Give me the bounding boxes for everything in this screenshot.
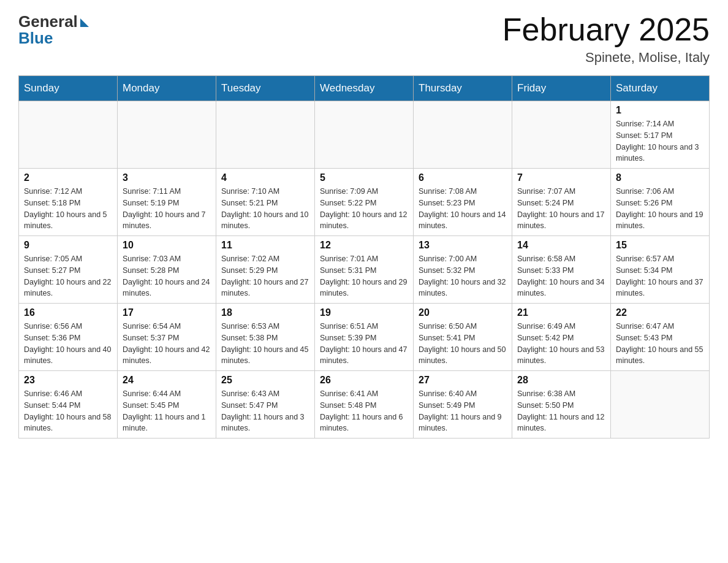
calendar-cell: 26Sunrise: 6:41 AMSunset: 5:48 PMDayligh… — [315, 371, 414, 439]
day-of-week-header: Tuesday — [216, 76, 315, 101]
day-info: Sunrise: 7:12 AMSunset: 5:18 PMDaylight:… — [24, 186, 112, 232]
day-number: 4 — [221, 172, 309, 183]
calendar-cell: 20Sunrise: 6:50 AMSunset: 5:41 PMDayligh… — [414, 304, 512, 371]
calendar-cell: 24Sunrise: 6:44 AMSunset: 5:45 PMDayligh… — [118, 371, 216, 439]
day-number: 6 — [419, 172, 507, 183]
day-info: Sunrise: 7:05 AMSunset: 5:27 PMDaylight:… — [24, 253, 112, 299]
day-number: 13 — [419, 240, 507, 251]
week-row: 1Sunrise: 7:14 AMSunset: 5:17 PMDaylight… — [19, 101, 710, 169]
calendar-cell: 22Sunrise: 6:47 AMSunset: 5:43 PMDayligh… — [611, 304, 710, 371]
calendar-cell: 6Sunrise: 7:08 AMSunset: 5:23 PMDaylight… — [414, 169, 512, 236]
calendar-cell — [414, 101, 512, 169]
day-number: 17 — [123, 307, 211, 318]
day-number: 3 — [123, 172, 211, 183]
day-of-week-header: Wednesday — [315, 76, 414, 101]
day-info: Sunrise: 6:51 AMSunset: 5:39 PMDaylight:… — [320, 321, 408, 367]
calendar-cell — [315, 101, 414, 169]
day-info: Sunrise: 6:47 AMSunset: 5:43 PMDaylight:… — [616, 321, 704, 367]
calendar-cell: 17Sunrise: 6:54 AMSunset: 5:37 PMDayligh… — [118, 304, 216, 371]
calendar-table: SundayMondayTuesdayWednesdayThursdayFrid… — [18, 75, 710, 439]
day-info: Sunrise: 7:08 AMSunset: 5:23 PMDaylight:… — [419, 186, 507, 232]
day-number: 23 — [24, 375, 112, 386]
calendar-cell: 4Sunrise: 7:10 AMSunset: 5:21 PMDaylight… — [216, 169, 315, 236]
day-number: 15 — [616, 240, 704, 251]
calendar-cell: 11Sunrise: 7:02 AMSunset: 5:29 PMDayligh… — [216, 236, 315, 304]
month-title: February 2025 — [502, 12, 710, 47]
calendar-cell: 3Sunrise: 7:11 AMSunset: 5:19 PMDaylight… — [118, 169, 216, 236]
day-of-week-header: Friday — [512, 76, 611, 101]
day-number: 27 — [419, 375, 507, 386]
day-info: Sunrise: 7:01 AMSunset: 5:31 PMDaylight:… — [320, 253, 408, 299]
day-info: Sunrise: 7:02 AMSunset: 5:29 PMDaylight:… — [221, 253, 309, 299]
day-info: Sunrise: 6:58 AMSunset: 5:33 PMDaylight:… — [517, 253, 605, 299]
calendar-cell: 15Sunrise: 6:57 AMSunset: 5:34 PMDayligh… — [611, 236, 710, 304]
day-number: 11 — [221, 240, 309, 251]
day-number: 9 — [24, 240, 112, 251]
day-info: Sunrise: 6:46 AMSunset: 5:44 PMDaylight:… — [24, 388, 112, 434]
day-of-week-header: Thursday — [414, 76, 512, 101]
calendar-cell: 27Sunrise: 6:40 AMSunset: 5:49 PMDayligh… — [414, 371, 512, 439]
day-of-week-header: Saturday — [611, 76, 710, 101]
day-number: 16 — [24, 307, 112, 318]
day-number: 18 — [221, 307, 309, 318]
calendar-cell: 21Sunrise: 6:49 AMSunset: 5:42 PMDayligh… — [512, 304, 611, 371]
week-row: 23Sunrise: 6:46 AMSunset: 5:44 PMDayligh… — [19, 371, 710, 439]
calendar-cell: 14Sunrise: 6:58 AMSunset: 5:33 PMDayligh… — [512, 236, 611, 304]
day-info: Sunrise: 6:49 AMSunset: 5:42 PMDaylight:… — [517, 321, 605, 367]
day-number: 26 — [320, 375, 408, 386]
day-number: 2 — [24, 172, 112, 183]
week-row: 16Sunrise: 6:56 AMSunset: 5:36 PMDayligh… — [19, 304, 710, 371]
calendar-cell: 13Sunrise: 7:00 AMSunset: 5:32 PMDayligh… — [414, 236, 512, 304]
calendar-header-row: SundayMondayTuesdayWednesdayThursdayFrid… — [19, 76, 710, 101]
calendar-cell: 28Sunrise: 6:38 AMSunset: 5:50 PMDayligh… — [512, 371, 611, 439]
calendar-cell — [19, 101, 118, 169]
calendar-cell: 10Sunrise: 7:03 AMSunset: 5:28 PMDayligh… — [118, 236, 216, 304]
day-info: Sunrise: 6:57 AMSunset: 5:34 PMDaylight:… — [616, 253, 704, 299]
calendar-cell: 19Sunrise: 6:51 AMSunset: 5:39 PMDayligh… — [315, 304, 414, 371]
day-number: 20 — [419, 307, 507, 318]
day-number: 24 — [123, 375, 211, 386]
day-info: Sunrise: 6:40 AMSunset: 5:49 PMDaylight:… — [419, 388, 507, 434]
day-info: Sunrise: 6:53 AMSunset: 5:38 PMDaylight:… — [221, 321, 309, 367]
calendar-cell: 8Sunrise: 7:06 AMSunset: 5:26 PMDaylight… — [611, 169, 710, 236]
day-info: Sunrise: 6:50 AMSunset: 5:41 PMDaylight:… — [419, 321, 507, 367]
calendar-cell: 23Sunrise: 6:46 AMSunset: 5:44 PMDayligh… — [19, 371, 118, 439]
calendar-cell: 12Sunrise: 7:01 AMSunset: 5:31 PMDayligh… — [315, 236, 414, 304]
day-info: Sunrise: 6:54 AMSunset: 5:37 PMDaylight:… — [123, 321, 211, 367]
day-number: 21 — [517, 307, 605, 318]
day-number: 8 — [616, 172, 704, 183]
day-info: Sunrise: 6:41 AMSunset: 5:48 PMDaylight:… — [320, 388, 408, 434]
logo: General Blue — [18, 12, 89, 48]
calendar-cell: 9Sunrise: 7:05 AMSunset: 5:27 PMDaylight… — [19, 236, 118, 304]
day-info: Sunrise: 7:07 AMSunset: 5:24 PMDaylight:… — [517, 186, 605, 232]
day-number: 7 — [517, 172, 605, 183]
day-of-week-header: Sunday — [19, 76, 118, 101]
day-number: 5 — [320, 172, 408, 183]
day-number: 28 — [517, 375, 605, 386]
day-of-week-header: Monday — [118, 76, 216, 101]
location-subtitle: Spinete, Molise, Italy — [502, 50, 710, 66]
calendar-cell: 16Sunrise: 6:56 AMSunset: 5:36 PMDayligh… — [19, 304, 118, 371]
day-info: Sunrise: 7:09 AMSunset: 5:22 PMDaylight:… — [320, 186, 408, 232]
calendar-cell — [512, 101, 611, 169]
day-info: Sunrise: 7:11 AMSunset: 5:19 PMDaylight:… — [123, 186, 211, 232]
day-number: 1 — [616, 105, 704, 116]
day-info: Sunrise: 7:06 AMSunset: 5:26 PMDaylight:… — [616, 186, 704, 232]
calendar-cell: 25Sunrise: 6:43 AMSunset: 5:47 PMDayligh… — [216, 371, 315, 439]
day-number: 12 — [320, 240, 408, 251]
logo-triangle-icon — [80, 18, 89, 27]
day-number: 14 — [517, 240, 605, 251]
calendar-cell: 18Sunrise: 6:53 AMSunset: 5:38 PMDayligh… — [216, 304, 315, 371]
day-number: 19 — [320, 307, 408, 318]
calendar-cell — [216, 101, 315, 169]
calendar-cell: 1Sunrise: 7:14 AMSunset: 5:17 PMDaylight… — [611, 101, 710, 169]
day-info: Sunrise: 7:00 AMSunset: 5:32 PMDaylight:… — [419, 253, 507, 299]
day-info: Sunrise: 7:14 AMSunset: 5:17 PMDaylight:… — [616, 118, 704, 164]
calendar-cell: 7Sunrise: 7:07 AMSunset: 5:24 PMDaylight… — [512, 169, 611, 236]
day-info: Sunrise: 6:43 AMSunset: 5:47 PMDaylight:… — [221, 388, 309, 434]
week-row: 9Sunrise: 7:05 AMSunset: 5:27 PMDaylight… — [19, 236, 710, 304]
page-header: General Blue February 2025 Spinete, Moli… — [18, 12, 710, 66]
calendar-cell — [611, 371, 710, 439]
day-info: Sunrise: 7:03 AMSunset: 5:28 PMDaylight:… — [123, 253, 211, 299]
day-info: Sunrise: 6:56 AMSunset: 5:36 PMDaylight:… — [24, 321, 112, 367]
